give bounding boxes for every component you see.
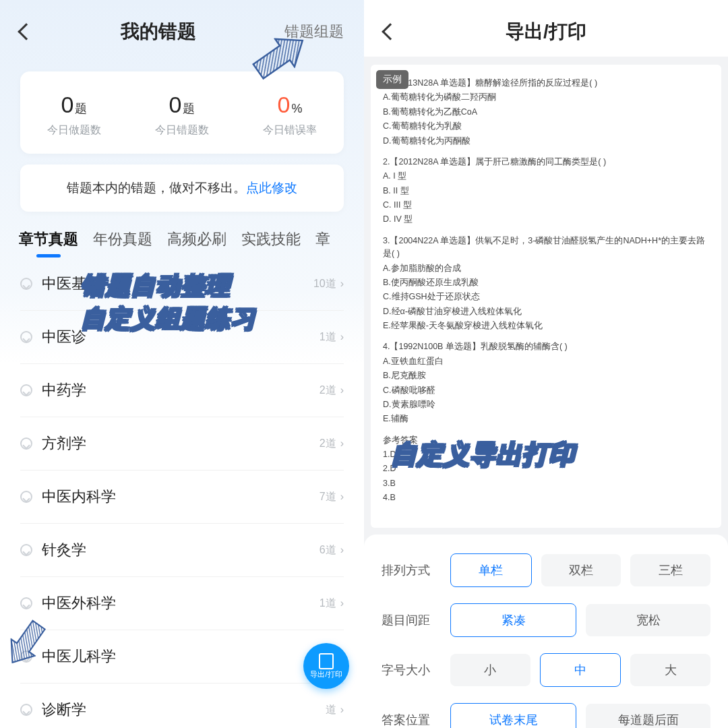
setting-label: 排列方式 — [382, 562, 441, 578]
stat-today-done: 0题 今日做题数 — [20, 92, 128, 138]
chevron-down-icon — [20, 384, 32, 396]
tab-frequent[interactable]: 高频必刷 — [167, 229, 226, 257]
question-option: C. III 型 — [383, 199, 709, 212]
category-row[interactable]: 方剂学 2道 › — [20, 417, 344, 471]
setting-option[interactable]: 试卷末尾 — [450, 703, 576, 729]
setting-option[interactable]: 小 — [450, 654, 530, 686]
question-block: 3.【2004N22A 单选题】供氧不足时，3-磷酸甘油醛脱氢产生的NADH+H… — [383, 235, 709, 333]
setting-option[interactable]: 中 — [540, 653, 621, 687]
category-name: 诊断学 — [42, 700, 326, 720]
chevron-down-icon — [20, 491, 32, 503]
setting-option[interactable]: 双栏 — [541, 554, 621, 586]
setting-option[interactable]: 每道题后面 — [586, 704, 710, 729]
category-count: 2道 — [320, 384, 336, 398]
setting-option[interactable]: 单栏 — [450, 553, 532, 587]
question-block: 2.【2012N28A 单选题】属于肝己糖激酶的同工酶类型是( ) A. I 型… — [383, 156, 709, 226]
setting-option[interactable]: 大 — [630, 654, 710, 686]
stat-label: 今日错题数 — [128, 123, 236, 138]
category-row[interactable]: 针灸学 6道 › — [20, 524, 344, 577]
notice-bar: 错题本内的错题，做对不移出。点此修改 — [20, 164, 344, 212]
promo-line2: 自定义组题练习 — [81, 303, 255, 336]
stat-unit: 题 — [75, 102, 87, 115]
category-row[interactable]: 中医儿科学 6道 › — [20, 630, 344, 684]
category-row[interactable]: 诊断学 道 › — [20, 684, 344, 728]
category-name: 方剂学 — [42, 433, 320, 454]
question-title: 2.【2012N28A 单选题】属于肝己糖激酶的同工酶类型是( ) — [383, 156, 709, 169]
question-option: C.维持GSH处于还原状态 — [383, 291, 709, 303]
stat-value: 0 — [169, 92, 182, 117]
back-icon[interactable] — [382, 23, 398, 40]
setting-label: 字号大小 — [382, 662, 441, 678]
printer-icon — [319, 653, 334, 665]
stat-value: 0 — [61, 92, 74, 117]
chevron-right-icon: › — [340, 437, 344, 450]
question-option: A. I 型 — [383, 170, 709, 183]
tab-more[interactable]: 章 — [315, 229, 330, 257]
stat-unit: % — [291, 102, 302, 115]
stat-label: 今日错误率 — [236, 123, 344, 138]
question-option: A.亚铁血红蛋白 — [383, 355, 709, 368]
export-print-screen: 导出/打印 示例 1.【2013N28A 单选题】糖酵解途径所指的反应过程是( … — [364, 0, 728, 728]
question-block: 1.【2013N28A 单选题】糖酵解途径所指的反应过程是( ) A.葡萄糖转化… — [383, 77, 709, 148]
category-count: 6道 — [320, 543, 336, 557]
stats-card: 0题 今日做题数 0题 今日错题数 0% 今日错误率 — [20, 71, 344, 154]
category-name: 针灸学 — [42, 540, 320, 560]
setting-row-layout: 排列方式单栏双栏三栏 — [364, 553, 728, 603]
chevron-right-icon: › — [340, 278, 344, 290]
question-title: 1.【2013N28A 单选题】糖酵解途径所指的反应过程是( ) — [383, 77, 709, 90]
chevron-right-icon: › — [340, 331, 344, 343]
category-count: 10道 — [313, 277, 336, 291]
stat-label: 今日做题数 — [20, 123, 128, 138]
question-option: B.葡萄糖转化为乙酰CoA — [383, 106, 709, 119]
category-count: 1道 — [320, 597, 336, 611]
chevron-right-icon: › — [340, 491, 344, 503]
category-tabs: 章节真题 年份真题 高频必刷 实践技能 章 — [0, 225, 364, 257]
setting-label: 题目间距 — [382, 612, 441, 628]
question-option: A.葡萄糖转化为磷酸二羟丙酮 — [383, 91, 709, 104]
promo-overlay: 错题自动整理 自定义组题练习 — [81, 270, 255, 335]
back-icon[interactable] — [18, 23, 34, 40]
category-name: 中医内科学 — [42, 487, 320, 507]
stat-error-rate: 0% 今日错误率 — [236, 92, 344, 138]
tab-year[interactable]: 年份真题 — [93, 229, 152, 257]
category-row[interactable]: 中医外科学 1道 › — [20, 577, 344, 630]
question-option: B.使丙酮酸还原生成乳酸 — [383, 276, 709, 289]
category-count: 7道 — [320, 490, 336, 504]
category-row[interactable]: 中医内科学 7道 › — [20, 471, 344, 524]
stat-value: 0 — [278, 92, 291, 117]
question-option: D. IV 型 — [383, 213, 709, 226]
question-option: D.葡萄糖转化为丙酮酸 — [383, 135, 709, 148]
chevron-down-icon — [20, 597, 32, 609]
answer-line: 3.B — [383, 477, 709, 490]
chevron-right-icon: › — [340, 544, 344, 556]
wrong-questions-screen: 我的错题 错题组题 0题 今日做题数 0题 今日错题数 0% 今日错误率 错题本… — [0, 0, 364, 728]
setting-option[interactable]: 宽松 — [586, 604, 710, 636]
chevron-down-icon — [20, 278, 32, 290]
category-name: 中药学 — [42, 380, 320, 400]
page-title: 我的错题 — [121, 19, 196, 44]
question-title: 4.【1992N100B 单选题】乳酸脱氢酶的辅酶含( ) — [383, 340, 709, 353]
tab-practice[interactable]: 实践技能 — [241, 229, 301, 257]
chevron-down-icon — [20, 437, 32, 450]
question-option: D.黄素腺嘌呤 — [383, 398, 709, 411]
question-option: B.尼克酰胺 — [383, 369, 709, 382]
question-option: C.磷酸吡哆醛 — [383, 384, 709, 397]
question-option: E.辅酶 — [383, 413, 709, 425]
category-row[interactable]: 中药学 2道 › — [20, 364, 344, 417]
question-option: C.葡萄糖转化为乳酸 — [383, 120, 709, 133]
setting-row-answerpos: 答案位置试卷末尾每道题后面 — [364, 703, 728, 729]
chevron-down-icon — [20, 544, 32, 556]
stat-today-wrong: 0题 今日错题数 — [128, 92, 236, 138]
fab-label: 导出/打印 — [310, 669, 342, 679]
document-preview-wrap: 示例 1.【2013N28A 单选题】糖酵解途径所指的反应过程是( ) A.葡萄… — [364, 57, 728, 528]
tab-chapter[interactable]: 章节真题 — [19, 229, 78, 257]
question-option: A.参加脂肪酸的合成 — [383, 262, 709, 275]
setting-option[interactable]: 三栏 — [630, 554, 710, 586]
setting-option[interactable]: 紧凑 — [450, 603, 576, 637]
chevron-right-icon: › — [340, 597, 344, 609]
question-title: 3.【2004N22A 单选题】供氧不足时，3-磷酸甘油醛脱氢产生的NADH+H… — [383, 235, 709, 261]
question-option: B. II 型 — [383, 185, 709, 198]
notice-edit-link[interactable]: 点此修改 — [246, 181, 297, 195]
setting-row-fontsize: 字号大小小中大 — [364, 653, 728, 703]
export-print-fab[interactable]: 导出/打印 — [303, 643, 349, 689]
